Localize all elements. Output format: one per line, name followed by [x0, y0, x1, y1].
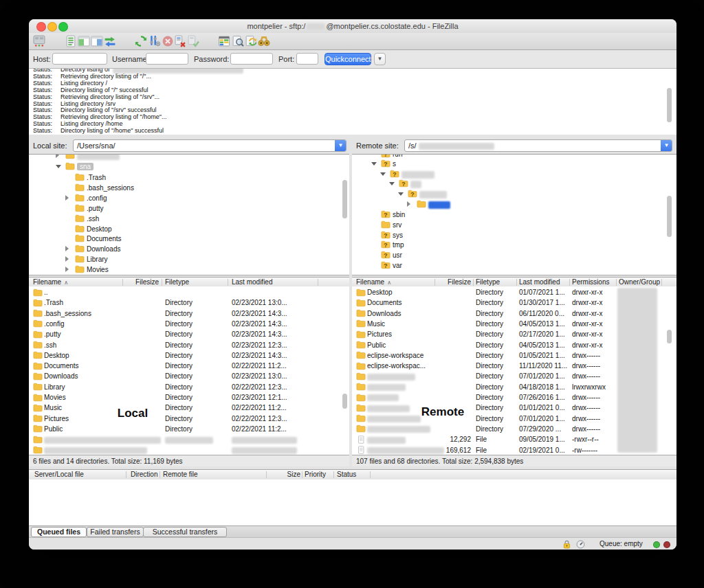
chevron-down-icon[interactable] [398, 192, 404, 196]
tree-item[interactable]: .config [29, 193, 349, 203]
column-header-last-modified[interactable]: Last modified [232, 278, 272, 286]
tree-item[interactable]: Downloads [29, 244, 349, 254]
column-separator[interactable] [302, 471, 302, 478]
tree-item[interactable]: ?tmp [352, 240, 676, 250]
column-separator[interactable] [370, 471, 371, 478]
column-header-filetype[interactable]: Filetype [165, 278, 189, 286]
column-separator[interactable] [434, 279, 435, 286]
file-row[interactable]: .. [29, 287, 349, 297]
remote-tree-scrollbar[interactable] [667, 196, 672, 237]
local-site-combo[interactable]: /Users/sna/ ▼ [73, 139, 346, 152]
disconnect-button[interactable] [174, 35, 186, 47]
username-input[interactable] [146, 53, 188, 65]
local-tree-toggle-button[interactable] [78, 35, 90, 47]
remote-tree-toggle-button[interactable] [91, 35, 103, 47]
chevron-down-icon[interactable] [371, 162, 377, 166]
column-header-permissions[interactable]: Permissions [572, 278, 609, 286]
file-row[interactable]: PicturesDirectory02/22/2021 12:3... [29, 414, 349, 424]
column-header-filesize[interactable]: Filesize [125, 278, 159, 286]
tree-item[interactable]: ? [352, 189, 676, 199]
reconnect-button[interactable] [187, 35, 199, 47]
chevron-right-icon[interactable] [407, 201, 410, 207]
column-header-remote-file[interactable]: Remote file [163, 471, 198, 478]
chevron-right-icon[interactable] [56, 154, 59, 158]
tree-item[interactable]: ? [352, 179, 676, 189]
directory-comparison-button[interactable] [232, 35, 244, 47]
column-header-direction[interactable]: Direction [131, 471, 157, 478]
remote-list-scrollbar[interactable] [667, 330, 672, 343]
column-separator[interactable] [569, 279, 570, 286]
tree-item[interactable]: .bash_sessions [29, 183, 349, 193]
chevron-down-icon[interactable] [380, 172, 386, 176]
tree-item[interactable]: Movies [29, 264, 349, 275]
file-row[interactable]: .sshDirectory02/23/2021 12:3... [29, 340, 349, 350]
column-separator[interactable] [473, 279, 474, 286]
column-separator[interactable] [333, 471, 334, 478]
quickconnect-dropdown-button[interactable]: ▼ [374, 53, 386, 65]
column-header-owner-group[interactable]: Owner/Group [619, 278, 660, 286]
chevron-down-icon[interactable]: ▼ [335, 139, 346, 152]
column-separator[interactable] [162, 279, 162, 286]
cancel-operation-button[interactable] [162, 35, 174, 47]
column-header-priority[interactable]: Priority [305, 471, 326, 478]
file-row[interactable]: .bash_sessionsDirectory02/23/2021 14:3..… [29, 308, 349, 319]
tree-item[interactable]: ?var [352, 260, 676, 271]
column-header-filesize[interactable]: Filesize [437, 278, 471, 286]
column-header-filename[interactable]: Filename∧ [33, 278, 68, 286]
tree-item[interactable]: Library [29, 254, 349, 264]
tree-item[interactable]: ?usr [352, 250, 676, 260]
column-separator[interactable] [266, 471, 267, 478]
column-separator[interactable] [122, 279, 123, 286]
synchronized-browsing-button[interactable] [245, 35, 257, 47]
file-row[interactable] [29, 434, 349, 444]
column-separator[interactable] [661, 279, 662, 286]
process-queue-button[interactable] [148, 35, 161, 47]
chevron-down-icon[interactable]: ▼ [661, 139, 672, 152]
file-row[interactable]: DocumentsDirectory02/22/2021 11:2... [29, 361, 349, 371]
column-separator[interactable] [516, 279, 517, 286]
column-separator[interactable] [228, 279, 228, 286]
file-row[interactable]: MusicDirectory02/22/2021 11:2... [29, 403, 349, 413]
file-row[interactable]: PublicDirectory02/22/2021 11:2... [29, 424, 349, 434]
file-row[interactable]: MoviesDirectory02/23/2021 12:1... [29, 392, 349, 403]
column-header-filetype[interactable]: Filetype [476, 278, 500, 286]
site-manager-button[interactable] [33, 35, 45, 47]
tree-item[interactable]: sna [29, 161, 349, 172]
host-input[interactable] [52, 53, 107, 65]
tree-item[interactable] [352, 199, 676, 210]
file-row[interactable]: LibraryDirectory02/22/2021 12:3... [29, 382, 349, 392]
chevron-down-icon[interactable] [389, 182, 395, 185]
local-tree-scrollbar[interactable] [342, 180, 347, 218]
tree-item[interactable] [29, 154, 349, 161]
speed-limit-icon[interactable] [576, 540, 585, 549]
file-row[interactable]: DownloadsDirectory02/23/2021 13:0... [29, 371, 349, 381]
tree-item[interactable]: Desktop [29, 224, 349, 234]
chevron-right-icon[interactable] [65, 195, 69, 201]
file-row[interactable]: .puttyDirectory02/23/2021 14:3... [29, 329, 349, 339]
log-scrollbar[interactable] [667, 88, 672, 122]
tree-item[interactable]: ? [352, 169, 676, 179]
refresh-button[interactable] [135, 35, 147, 47]
file-row[interactable] [29, 445, 349, 455]
chevron-right-icon[interactable] [65, 267, 69, 272]
tree-item[interactable]: .putty [29, 203, 349, 214]
log-view-toggle-button[interactable] [65, 35, 77, 47]
remote-site-combo[interactable]: /s/ ▼ [404, 139, 672, 152]
chevron-down-icon[interactable] [56, 165, 61, 168]
transfer-queue-toggle-button[interactable] [104, 35, 116, 47]
file-row[interactable]: DesktopDirectory02/23/2021 14:3... [29, 350, 349, 361]
local-list-scrollbar[interactable] [342, 394, 347, 409]
tree-item[interactable]: srv [352, 220, 676, 230]
tree-item[interactable]: ?sys [352, 230, 676, 240]
tab-failed-transfers[interactable]: Failed transfers [87, 527, 144, 537]
column-header-server-local-file[interactable]: Server/Local file [34, 471, 84, 478]
column-header-status[interactable]: Status [337, 471, 356, 478]
column-header-size[interactable]: Size [269, 471, 300, 478]
column-header-filename[interactable]: Filename∧ [356, 278, 391, 286]
file-row[interactable]: .TrashDirectory02/23/2021 13:0... [29, 297, 349, 308]
tree-item[interactable]: ?sbin [352, 210, 676, 220]
tree-item[interactable]: .ssh [29, 214, 349, 224]
column-separator[interactable] [126, 471, 126, 478]
tab-queued-files[interactable]: Queued files [31, 527, 87, 537]
find-files-button[interactable] [258, 35, 270, 47]
